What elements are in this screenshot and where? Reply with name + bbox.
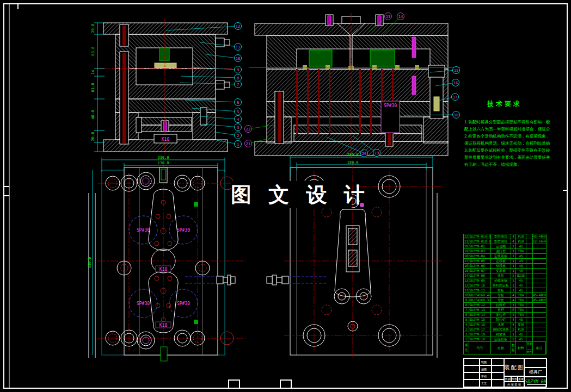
bom-cell: 3 [464, 327, 469, 332]
bom-cell: 型腔镶块 [491, 234, 511, 239]
bom-cell [533, 313, 546, 318]
bom-cell: 1 [511, 303, 516, 308]
bom-cell [526, 332, 533, 337]
view-plan-left [89, 158, 246, 361]
bom-row: 4SDZYM-16水嘴4黄铜 [464, 322, 546, 327]
bom-cell [526, 303, 533, 308]
bom-cell [526, 239, 533, 244]
bom-header-no: 序号 [464, 342, 469, 354]
svg-text:11: 11 [236, 45, 240, 49]
bom-cell [526, 278, 533, 283]
bom-cell: SDZYM-01A-00 [469, 234, 491, 239]
bom-header-remark: 备注 [533, 342, 546, 354]
bom-cell: SDZYM-15 [469, 318, 491, 322]
bom-header-code: 代号 [469, 342, 491, 354]
bom-cell [533, 337, 546, 342]
bom-cell: 4 [511, 322, 516, 327]
bom-cell: 1 [511, 259, 516, 264]
dim-chain-label: 14 [91, 70, 95, 74]
bom-cell: P20 [516, 327, 526, 332]
bom-cell: 4 [511, 298, 516, 303]
svg-text:17: 17 [453, 95, 457, 99]
bom-cell: SDZYM-04 [469, 254, 491, 259]
svg-text:2: 2 [237, 134, 239, 138]
watermark-text: 图 文 设 计 [231, 181, 352, 208]
tb-weight-label: 重量 [518, 376, 524, 382]
k10-section-label: K10 [154, 134, 177, 143]
bom-cell: 侧抽芯滑块 [491, 327, 511, 332]
bom-cell: 复位杆 [491, 313, 511, 318]
svg-text:20: 20 [362, 152, 366, 156]
bom-row: 7SDZYM-13推杆6T8A [464, 308, 546, 313]
sp30-plan-label: SP#30 [137, 228, 150, 233]
bom-cell: 推杆固定板 [491, 283, 511, 288]
bom-cell: SDZYM-06 [469, 264, 491, 269]
bom-cell [533, 264, 546, 269]
bom-cell [526, 337, 533, 342]
bom-cell: SDZYM-13 [469, 308, 491, 313]
bom-cell: 导柱 [491, 293, 511, 298]
bom-cell [526, 249, 533, 254]
bom-cell: 45 [516, 332, 526, 337]
dim-plan-right-outer: 230.0 [347, 153, 358, 157]
svg-text:14: 14 [398, 15, 403, 19]
bom-cell [526, 318, 533, 322]
bom-cell: 4 [511, 239, 516, 244]
bom-row: 9GB/T4169.3-2006导套4T8A45-48HRC [464, 298, 546, 303]
bom-cell: 13 [464, 278, 469, 283]
bom-cell [526, 283, 533, 288]
svg-text:8: 8 [237, 76, 239, 80]
bom-cell: 45 [516, 254, 526, 259]
bom-cell: Q235 [516, 273, 526, 278]
bom-cell: 1 [511, 278, 516, 283]
bom-cell: 11 [464, 288, 469, 293]
bom-cell: 4 [511, 234, 516, 239]
svg-text:4: 4 [237, 117, 239, 122]
bom-cell: 定模座板 [491, 254, 511, 259]
bom-cell [526, 264, 533, 269]
bom-cell: SDZYM-10 [469, 283, 491, 288]
bom-cell: 1 [511, 283, 516, 288]
svg-text:13: 13 [386, 15, 390, 19]
bom-row: 19SDZYM-03浇口套1T8A [464, 249, 546, 254]
bom-cell: 45 [516, 244, 526, 249]
bom-cell [533, 259, 546, 264]
bom-row: 10GB/T4169.4-2006导柱4T8A45-48HRC [464, 293, 546, 298]
bom-cell [526, 254, 533, 259]
svg-text:10: 10 [236, 57, 240, 61]
view-section-left: K10 [94, 18, 235, 155]
bom-cell: 垫块 [491, 273, 511, 278]
bom-cell: 18 [464, 254, 469, 259]
bom-cell: SDZYM-14 [469, 313, 491, 318]
bom-header-weight: 重量单件 [526, 342, 533, 354]
sp30-plan-label: SP#30 [177, 301, 190, 306]
bom-cell [526, 313, 533, 318]
bom-row: 22SDZYM-01A-00型腔镶块4P2045-48HRC [464, 234, 546, 239]
bom-cell: 45 [516, 264, 526, 269]
bom-cell: 1 [511, 332, 516, 337]
dim-plan-left-side: 330.0 [88, 257, 92, 268]
svg-text:22: 22 [246, 127, 250, 132]
bom-row: 6SDZYM-14复位杆4T8A [464, 313, 546, 318]
bom-cell: 7 [464, 308, 469, 313]
bom-cell [533, 244, 546, 249]
bom-cell: 45 [516, 283, 526, 288]
bom-row: 21SDZYM-01B-00型芯镶块4P2052-56HRC [464, 239, 546, 244]
svg-text:19: 19 [374, 151, 379, 155]
bom-row: 1SDZYM-19定距拉板245 [464, 337, 546, 342]
dim-chain-label: 61.0 [91, 83, 95, 92]
svg-text:K10: K10 [159, 267, 168, 272]
bom-table: 22SDZYM-01A-00型腔镶块4P2045-48HRC21SDZYM-01… [463, 234, 547, 354]
bom-cell: 16 [464, 264, 469, 269]
tech-requirements-line-5: 3.装配后要作试模检验，塑模零件不得有干涉碰撞， [464, 147, 550, 154]
balloon-2: 2 [216, 132, 242, 139]
bom-row: 20SDZYM-02定位圈145 [464, 244, 546, 249]
dim-chain-label: 40.0 [91, 110, 95, 120]
tb-label-1: 描图 [464, 365, 504, 372]
bom-cell [533, 273, 546, 278]
company-name: 模具厂 [524, 368, 547, 377]
tech-requirements-line-1: 1.装配时模具分型面必须密贴不得留有影响一般性能的间隙， [464, 119, 550, 126]
bom-row: 14SDZYM-08垫块2Q235 [464, 273, 546, 278]
svg-text:21: 21 [246, 142, 250, 146]
bom-cell: 20 [464, 244, 469, 249]
